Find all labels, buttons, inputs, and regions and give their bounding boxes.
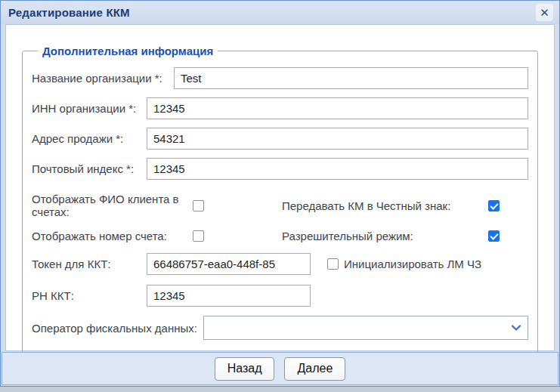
ofd-row: Оператор фискальных данных: xyxy=(32,316,528,340)
org-name-row: Название организации *: xyxy=(32,67,528,89)
address-input[interactable] xyxy=(147,128,528,150)
ofd-select[interactable] xyxy=(203,316,528,340)
dialog-body: Дополнительная информация Название орган… xyxy=(5,24,555,351)
postcode-input[interactable] xyxy=(147,158,528,180)
init-lm-label: Инициализировать ЛМ ЧЗ xyxy=(344,258,481,270)
permissive-mode-label: Разрешительный режим: xyxy=(282,230,488,242)
send-km-checkbox[interactable] xyxy=(488,200,500,211)
chevron-down-icon xyxy=(511,324,521,332)
additional-info-fieldset: Дополнительная информация Название орган… xyxy=(22,45,538,359)
show-invoice-number-label: Отображать номер счета: xyxy=(32,230,193,242)
checkbox-row-1: Отображать ФИО клиента в счетах: Передав… xyxy=(32,193,528,218)
page-background: { "window": { "title": "Редактирование К… xyxy=(0,0,560,392)
postcode-row: Почтовый индекс *: xyxy=(32,158,528,180)
address-row: Адрес продажи *: xyxy=(32,128,528,150)
inn-input[interactable] xyxy=(147,97,528,119)
inn-label: ИНН организации *: xyxy=(32,102,147,115)
next-button[interactable]: Далее xyxy=(284,357,345,381)
show-client-name-checkbox[interactable] xyxy=(193,200,204,211)
token-label: Токен для ККТ: xyxy=(32,258,147,270)
init-lm-checkbox[interactable] xyxy=(327,258,339,270)
rn-row: РН ККТ: xyxy=(32,285,528,307)
checkbox-row-2: Отображать номер счета: Разрешительный р… xyxy=(32,230,528,242)
token-row: Токен для ККТ: Инициализировать ЛМ ЧЗ xyxy=(32,253,528,275)
address-label: Адрес продажи *: xyxy=(32,132,147,145)
show-client-name-label: Отображать ФИО клиента в счетах: xyxy=(32,193,193,218)
show-invoice-number-checkbox[interactable] xyxy=(193,230,204,242)
org-name-label: Название организации *: xyxy=(32,72,174,85)
permissive-mode-checkbox[interactable] xyxy=(488,230,500,242)
postcode-label: Почтовый индекс *: xyxy=(32,162,147,175)
inn-row: ИНН организации *: xyxy=(32,97,528,119)
send-km-label: Передавать КМ в Честный знак: xyxy=(282,199,488,212)
dialog-footer: Назад Далее xyxy=(2,352,558,385)
rn-input[interactable] xyxy=(147,285,311,307)
org-name-input[interactable] xyxy=(174,67,528,89)
token-input[interactable] xyxy=(147,253,311,275)
rn-label: РН ККТ: xyxy=(32,289,147,302)
back-button[interactable]: Назад xyxy=(215,357,275,381)
dialog-window: Редактирование ККМ ✕ Дополнительная инфо… xyxy=(0,0,560,387)
close-icon[interactable]: ✕ xyxy=(536,4,553,21)
dialog-title: Редактирование ККМ xyxy=(8,6,130,19)
dialog-titlebar[interactable]: Редактирование ККМ ✕ xyxy=(1,1,559,24)
fieldset-legend: Дополнительная информация xyxy=(38,45,218,57)
ofd-label: Оператор фискальных данных: xyxy=(32,322,203,335)
